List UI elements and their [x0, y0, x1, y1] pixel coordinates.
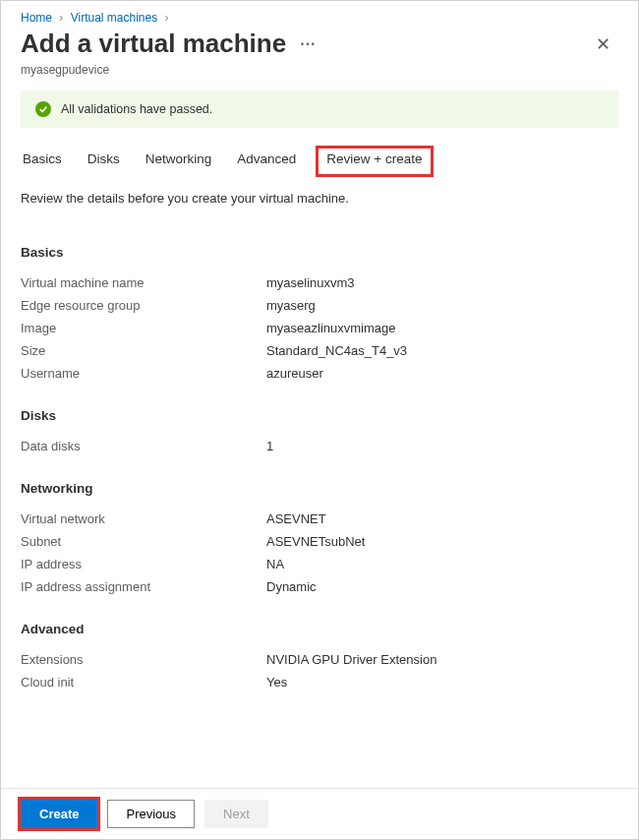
create-button[interactable]: Create [21, 800, 97, 828]
next-button: Next [204, 800, 268, 828]
tab-disks[interactable]: Disks [86, 146, 122, 175]
section-heading-disks: Disks [21, 408, 618, 423]
tab-basics[interactable]: Basics [21, 146, 64, 175]
close-button[interactable]: ✕ [588, 31, 618, 57]
value-ip-assignment: Dynamic [266, 579, 317, 594]
label-username: Username [21, 366, 266, 381]
review-instruction: Review the details before you create you… [1, 175, 638, 213]
label-ip-address: IP address [21, 557, 266, 571]
tab-networking[interactable]: Networking [144, 146, 214, 175]
chevron-right-icon: › [59, 11, 63, 25]
row-resource-group: Edge resource group myaserg [21, 294, 618, 317]
more-icon[interactable]: ··· [300, 35, 316, 53]
label-vm-name: Virtual machine name [21, 275, 266, 290]
check-icon [35, 101, 51, 117]
label-size: Size [21, 343, 266, 358]
breadcrumb: Home › Virtual machines › [1, 1, 638, 29]
validation-message: All validations have passed. [61, 102, 212, 116]
row-cloud-init: Cloud init Yes [21, 671, 618, 693]
previous-button[interactable]: Previous [107, 800, 195, 828]
value-vm-name: myaselinuxvm3 [266, 275, 355, 290]
label-ip-assignment: IP address assignment [21, 579, 266, 594]
row-data-disks: Data disks 1 [21, 435, 618, 457]
section-heading-basics: Basics [21, 245, 618, 260]
value-username: azureuser [266, 366, 323, 381]
value-virtual-network: ASEVNET [266, 511, 326, 526]
tab-review-create[interactable]: Review + create [316, 146, 433, 177]
value-image: myaseazlinuxvmimage [266, 321, 396, 335]
value-size: Standard_NC4as_T4_v3 [266, 343, 407, 358]
row-username: Username azureuser [21, 362, 618, 385]
row-subnet: Subnet ASEVNETsubNet [21, 530, 618, 553]
tabs: Basics Disks Networking Advanced Review … [1, 146, 638, 175]
value-cloud-init: Yes [266, 675, 287, 690]
validation-banner: All validations have passed. [21, 90, 618, 128]
page-title: Add a virtual machine [21, 29, 286, 59]
page-title-container: Add a virtual machine ··· [21, 29, 317, 59]
label-image: Image [21, 321, 266, 335]
content: Basics Virtual machine name myaselinuxvm… [1, 213, 638, 703]
label-subnet: Subnet [21, 534, 266, 549]
label-virtual-network: Virtual network [21, 511, 266, 526]
chevron-right-icon: › [165, 11, 169, 25]
section-heading-advanced: Advanced [21, 622, 618, 636]
label-extensions: Extensions [21, 652, 266, 667]
breadcrumb-home[interactable]: Home [21, 11, 52, 25]
label-cloud-init: Cloud init [21, 675, 266, 690]
value-data-disks: 1 [266, 439, 273, 453]
value-ip-address: NA [266, 557, 284, 571]
page-header: Add a virtual machine ··· ✕ [1, 29, 638, 63]
row-virtual-network: Virtual network ASEVNET [21, 508, 618, 530]
footer: Create Previous Next [1, 788, 638, 839]
row-ip-assignment: IP address assignment Dynamic [21, 575, 618, 598]
label-data-disks: Data disks [21, 439, 266, 453]
row-vm-name: Virtual machine name myaselinuxvm3 [21, 271, 618, 294]
page-subtitle: myasegpudevice [1, 63, 638, 90]
row-extensions: Extensions NVIDIA GPU Driver Extension [21, 648, 618, 671]
value-extensions: NVIDIA GPU Driver Extension [266, 652, 436, 667]
value-subnet: ASEVNETsubNet [266, 534, 365, 549]
breadcrumb-virtual-machines[interactable]: Virtual machines [71, 11, 158, 25]
label-resource-group: Edge resource group [21, 298, 266, 313]
tab-advanced[interactable]: Advanced [235, 146, 298, 175]
value-resource-group: myaserg [266, 298, 316, 313]
row-image: Image myaseazlinuxvmimage [21, 317, 618, 339]
row-ip-address: IP address NA [21, 553, 618, 575]
section-heading-networking: Networking [21, 481, 618, 496]
row-size: Size Standard_NC4as_T4_v3 [21, 339, 618, 362]
